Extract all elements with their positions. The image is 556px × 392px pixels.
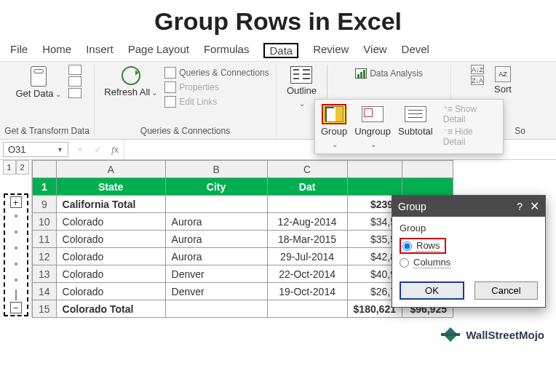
row-header[interactable]: 12: [33, 248, 57, 265]
logo-icon: [441, 327, 460, 343]
col-header-a[interactable]: A: [56, 161, 165, 178]
outline-expand-button[interactable]: +: [10, 196, 22, 208]
ungroup-icon: [362, 106, 384, 122]
cell[interactable]: Colorado: [56, 231, 165, 248]
get-data-button[interactable]: Get Data: [12, 65, 63, 100]
refresh-all-button[interactable]: Refresh All: [101, 65, 160, 99]
from-web-icon[interactable]: [68, 76, 82, 87]
dialog-heading: Group: [400, 223, 538, 233]
cell[interactable]: Colorado: [56, 283, 165, 300]
hide-detail-button[interactable]: Hide Detail: [443, 127, 497, 147]
tab-formulas[interactable]: Formulas: [204, 43, 250, 58]
tab-page-layout[interactable]: Page Layout: [128, 43, 189, 58]
cancel-formula-icon[interactable]: ×: [71, 144, 89, 155]
queries-connections-button[interactable]: Queries & Connections: [164, 66, 269, 79]
chart-icon: [355, 68, 367, 79]
cell[interactable]: [267, 300, 347, 318]
tab-developer[interactable]: Devel: [402, 43, 429, 58]
logo-text: WallStreetMojo: [466, 329, 544, 341]
properties-button[interactable]: Properties: [164, 81, 269, 94]
cell[interactable]: 22-Oct-2014: [267, 265, 347, 283]
cell[interactable]: Aurora: [165, 248, 267, 265]
group-icon: [325, 106, 343, 122]
from-text-icon[interactable]: [68, 65, 82, 75]
header-date: Dat: [267, 178, 347, 196]
cell[interactable]: Denver: [165, 265, 267, 283]
row-header[interactable]: 10: [33, 213, 57, 231]
columns-radio-label: Columns: [413, 257, 450, 268]
fx-button[interactable]: fx: [106, 144, 124, 156]
cell[interactable]: [165, 196, 267, 213]
name-box[interactable]: O31▼: [3, 142, 68, 157]
show-detail-button[interactable]: Show Detail: [443, 104, 497, 124]
cell[interactable]: Colorado: [56, 265, 165, 283]
rows-radio-highlight: Rows: [400, 238, 446, 254]
row-header[interactable]: 14: [33, 283, 57, 300]
tab-file[interactable]: File: [10, 43, 28, 58]
cell[interactable]: Colorado: [56, 248, 165, 265]
tab-home[interactable]: Home: [42, 43, 71, 58]
dialog-help-button[interactable]: ?: [517, 201, 523, 212]
sort-za-icon: Z↓A: [471, 76, 484, 85]
outline-level-2[interactable]: 2: [16, 160, 29, 175]
outline-collapse-button[interactable]: −: [10, 302, 22, 313]
cell[interactable]: Denver: [165, 283, 267, 300]
tab-view[interactable]: View: [363, 43, 386, 58]
subtotal-button[interactable]: Subtotal: [398, 104, 433, 137]
cell[interactable]: 19-Oct-2014: [267, 283, 347, 300]
outline-level-1[interactable]: 1: [3, 160, 16, 175]
outline-icon: [290, 66, 312, 84]
cell[interactable]: Colorado: [56, 213, 165, 231]
database-icon: [31, 66, 47, 87]
header-city: City: [165, 178, 267, 196]
outline-column: 1 2 + −: [0, 160, 32, 318]
sort-button[interactable]: AZ Sort: [491, 65, 515, 96]
edit-links-button[interactable]: Edit Links: [164, 95, 269, 108]
outline-dropdown-panel: Group Ungroup Subtotal Show Detail Hide …: [314, 99, 504, 154]
header-state: State: [56, 178, 165, 196]
sort-ascending-button[interactable]: A↓Z Z↓A: [468, 65, 487, 85]
cell[interactable]: 18-Mar-2015: [267, 231, 347, 248]
from-table-icon[interactable]: [68, 88, 82, 98]
dialog-close-button[interactable]: ✕: [530, 199, 539, 213]
worksheet-grid[interactable]: A B C 1 State City Dat 9 California Tota…: [32, 160, 453, 318]
ok-button[interactable]: OK: [400, 281, 464, 300]
tab-insert[interactable]: Insert: [86, 43, 114, 58]
cell[interactable]: California Total: [56, 196, 165, 213]
rows-radio-label: Rows: [416, 240, 440, 252]
group-dialog: Group ? ✕ Group Rows Columns OK Cancel: [392, 195, 546, 308]
row-header[interactable]: 15: [33, 300, 57, 318]
row-header[interactable]: 11: [33, 231, 57, 248]
row-header[interactable]: 13: [33, 265, 57, 283]
group-label-queries: Queries & Connections: [140, 124, 230, 139]
col-header-c[interactable]: C: [267, 161, 347, 178]
cancel-button[interactable]: Cancel: [474, 281, 538, 300]
cell[interactable]: Colorado Total: [56, 300, 165, 318]
row-header-1[interactable]: 1: [33, 178, 57, 196]
group-button[interactable]: Group: [321, 104, 347, 149]
cell[interactable]: [267, 196, 347, 213]
dialog-title: Group: [398, 201, 509, 212]
cell[interactable]: 12-Aug-2014: [267, 213, 347, 231]
ribbon-tabs: File Home Insert Page Layout Formulas Da…: [0, 40, 556, 61]
row-header[interactable]: 9: [33, 196, 57, 213]
cell[interactable]: Aurora: [165, 213, 267, 231]
enter-formula-icon[interactable]: ✓: [89, 144, 106, 155]
ungroup-button[interactable]: Ungroup: [354, 104, 391, 149]
columns-radio[interactable]: [400, 258, 409, 268]
rows-radio[interactable]: [402, 241, 412, 251]
tab-review[interactable]: Review: [313, 43, 349, 58]
group-queries-connections: Refresh All Queries & Connections Proper…: [95, 65, 277, 139]
cell[interactable]: [165, 300, 267, 318]
group-label-get-transform: Get & Transform Data: [4, 124, 90, 139]
watermark: WallStreetMojo: [0, 318, 556, 350]
col-header-b[interactable]: B: [165, 161, 267, 178]
select-all-cell[interactable]: [33, 161, 57, 178]
cell[interactable]: Aurora: [165, 231, 267, 248]
data-analysis-button[interactable]: Data Analysis: [355, 68, 423, 79]
sort-az-icon: A↓Z: [471, 65, 484, 74]
page-title: Group Rows in Excel: [0, 0, 556, 40]
tab-data[interactable]: Data: [263, 43, 298, 58]
cell[interactable]: 29-Jul-2014: [267, 248, 347, 265]
outline-controls-highlight: + −: [4, 193, 28, 316]
